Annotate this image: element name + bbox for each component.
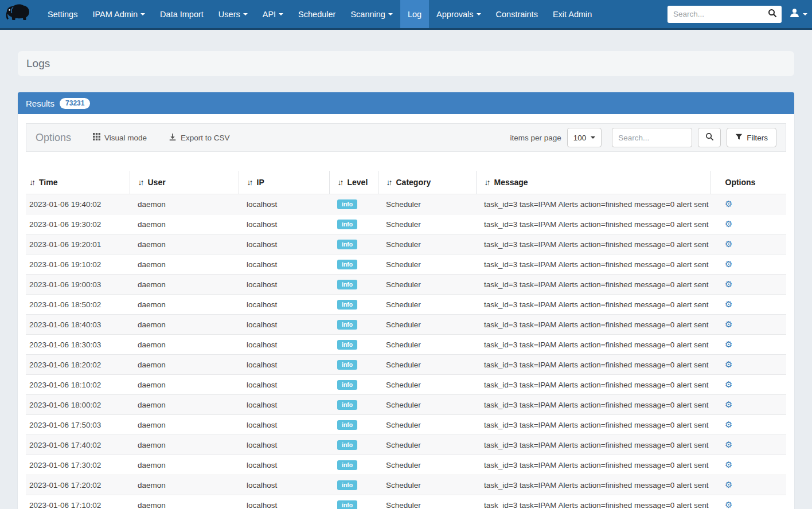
nav-item[interactable]: Approvals: [429, 0, 488, 28]
log-level-cell: info: [329, 194, 378, 214]
nav-item[interactable]: Data Import: [153, 0, 211, 28]
sort-icon: ↓↑: [29, 178, 34, 187]
chevron-down-icon: [477, 13, 481, 15]
log-user: daemon: [130, 395, 239, 415]
gear-icon[interactable]: ⚙︎: [725, 219, 732, 229]
gear-icon[interactable]: ⚙︎: [725, 279, 732, 289]
log-ip: localhost: [239, 355, 329, 375]
gear-icon[interactable]: ⚙︎: [725, 339, 732, 350]
gear-icon[interactable]: ⚙︎: [725, 500, 732, 509]
user-menu[interactable]: [789, 8, 807, 20]
level-badge: info: [337, 400, 357, 410]
log-time: 2023-01-06 18:40:03: [26, 315, 130, 335]
nav-item-label: Constraints: [496, 10, 538, 19]
nav-item-label: Data Import: [160, 10, 204, 19]
log-time: 2023-01-06 17:10:02: [26, 495, 130, 509]
gear-icon[interactable]: ⚙︎: [725, 299, 732, 310]
nav-item[interactable]: IPAM Admin: [85, 0, 153, 28]
items-per-page-dropdown[interactable]: 100: [567, 128, 602, 147]
column-header-label: User: [148, 178, 166, 187]
gear-icon[interactable]: ⚙︎: [725, 199, 732, 209]
level-badge: info: [337, 380, 357, 390]
gear-icon[interactable]: ⚙︎: [725, 480, 732, 490]
table-row: 2023-01-06 18:30:03 daemon localhost inf…: [26, 335, 786, 355]
column-header[interactable]: ↓↑Message: [476, 171, 710, 194]
column-header[interactable]: ↓↑Level: [329, 171, 378, 194]
nav-menu: Settings IPAM Admin Data Import Users AP…: [40, 0, 599, 28]
results-panel-heading: Results 73231: [18, 92, 794, 114]
table-search-input[interactable]: [612, 128, 692, 147]
level-badge: info: [337, 240, 357, 249]
column-header[interactable]: ↓↑User: [130, 171, 239, 194]
log-time: 2023-01-06 19:40:02: [26, 194, 130, 214]
filters-button[interactable]: Filters: [727, 128, 776, 147]
visual-mode-button[interactable]: Visual mode: [93, 133, 147, 142]
nav-item[interactable]: Exit Admin: [545, 0, 600, 28]
gear-icon[interactable]: ⚙︎: [725, 379, 732, 390]
chevron-down-icon: [803, 13, 807, 15]
level-badge: info: [337, 320, 357, 330]
phpipam-logo[interactable]: [0, 0, 36, 28]
nav-item[interactable]: Log: [400, 0, 429, 28]
log-message: task_id=3 task=IPAM Alerts action=finish…: [476, 435, 710, 455]
gear-icon[interactable]: ⚙︎: [725, 440, 732, 450]
log-message: task_id=3 task=IPAM Alerts action=finish…: [476, 214, 710, 234]
gear-icon[interactable]: ⚙︎: [725, 239, 732, 249]
gear-icon[interactable]: ⚙︎: [725, 460, 732, 470]
nav-item-label: API: [263, 10, 276, 19]
sort-icon: ↓↑: [387, 178, 391, 187]
log-ip: localhost: [239, 214, 329, 234]
column-header-label: Message: [494, 178, 528, 187]
log-ip: localhost: [239, 495, 329, 509]
export-csv-button[interactable]: Export to CSV: [169, 133, 230, 143]
table-search-button[interactable]: [698, 128, 721, 147]
log-message: task_id=3 task=IPAM Alerts action=finish…: [476, 335, 710, 355]
navbar-search-input[interactable]: [667, 6, 763, 23]
elephant-logo-icon: [4, 2, 32, 26]
gear-icon[interactable]: ⚙︎: [725, 259, 732, 269]
chevron-down-icon: [279, 13, 283, 15]
navbar-search-button[interactable]: [763, 6, 782, 23]
nav-item[interactable]: Scanning: [343, 0, 400, 28]
log-message: task_id=3 task=IPAM Alerts action=finish…: [476, 275, 710, 295]
log-options-cell: ⚙︎: [710, 375, 786, 395]
nav-item[interactable]: Settings: [40, 0, 85, 28]
gear-icon[interactable]: ⚙︎: [725, 359, 732, 370]
nav-item-label: Log: [408, 10, 421, 19]
gear-icon[interactable]: ⚙︎: [725, 319, 732, 330]
log-level-cell: info: [329, 234, 378, 254]
log-user: daemon: [130, 435, 239, 455]
log-message: task_id=3 task=IPAM Alerts action=finish…: [476, 415, 710, 435]
log-user: daemon: [130, 475, 239, 495]
table-row: 2023-01-06 19:10:02 daemon localhost inf…: [26, 254, 786, 275]
log-user: daemon: [130, 234, 239, 254]
gear-icon[interactable]: ⚙︎: [725, 400, 732, 410]
column-header-label: Time: [39, 178, 57, 187]
log-options-cell: ⚙︎: [710, 435, 786, 455]
log-level-cell: info: [329, 375, 378, 395]
log-level-cell: info: [329, 435, 378, 455]
column-header[interactable]: ↓↑Category: [378, 171, 476, 194]
log-ip: localhost: [239, 395, 329, 415]
nav-item[interactable]: Scheduler: [291, 0, 343, 28]
gear-icon[interactable]: ⚙︎: [725, 420, 732, 430]
log-category: Scheduler: [378, 194, 476, 214]
column-header[interactable]: ↓↑Time: [26, 171, 130, 194]
column-header-label: Level: [348, 178, 368, 187]
nav-item[interactable]: API: [255, 0, 291, 28]
chevron-down-icon: [140, 13, 145, 15]
log-category: Scheduler: [378, 295, 476, 315]
options-label: Options: [36, 132, 71, 144]
results-panel-body: Options Visual mode: [18, 114, 794, 509]
log-user: daemon: [130, 455, 239, 475]
log-time: 2023-01-06 17:50:03: [26, 415, 130, 435]
log-message: task_id=3 task=IPAM Alerts action=finish…: [476, 355, 710, 375]
results-title: Results: [26, 99, 54, 108]
log-user: daemon: [130, 254, 239, 275]
column-header[interactable]: ↓↑IP: [239, 171, 329, 194]
nav-item[interactable]: Users: [211, 0, 255, 28]
level-badge: info: [337, 199, 357, 209]
log-ip: localhost: [239, 315, 329, 335]
nav-item[interactable]: Constraints: [489, 0, 545, 28]
download-icon: [169, 133, 177, 143]
